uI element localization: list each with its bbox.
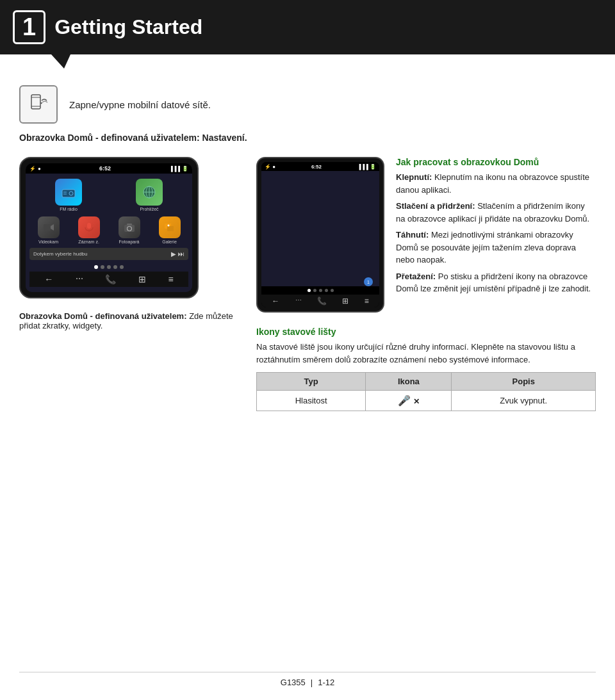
apps-icon-right: ⊞	[342, 297, 348, 305]
signal-icons-right: ▐▐▐ 🔋	[357, 164, 376, 170]
status-icons-section: Ikony stavové lišty Na stavové liště jso…	[256, 327, 596, 411]
svg-point-3	[40, 102, 42, 104]
phone-time-left: 6:52	[99, 165, 111, 172]
svg-rect-12	[44, 224, 51, 231]
page-badge-right: 1	[364, 277, 373, 286]
move-bold: Přetažení:	[396, 272, 436, 281]
app-fm-radio: FM rádio	[50, 179, 87, 211]
phone-screen-right: ⚡ ● 6:52 ▐▐▐ 🔋 1	[261, 162, 379, 307]
footer-divider: |	[311, 678, 313, 687]
menu-icon-left: ≡	[168, 274, 174, 284]
table-header-row: Typ Ikona Popis	[257, 373, 596, 391]
desc-drag: Táhnutí: Mezi jednotlivými stránkami obr…	[396, 229, 596, 266]
nav-dots-right	[261, 286, 379, 295]
svg-marker-13	[51, 224, 54, 231]
status-icons-right: ⚡ ●	[265, 164, 275, 170]
chapter-number: 1	[13, 10, 45, 44]
table-row: Hlasitost 🎤 ✕ Zvuk vypnut.	[257, 391, 596, 411]
play-icon: ▶	[171, 250, 176, 257]
right-nav-dot-3	[319, 289, 322, 292]
right-home-area: 1	[261, 171, 379, 286]
app-mic: Záznam z.	[70, 216, 108, 244]
phone-icon-right: 📞	[317, 297, 327, 305]
svg-point-21	[167, 225, 169, 227]
signal-icons-left: ▐▐▐ 🔋	[169, 166, 188, 172]
video-icon	[38, 216, 60, 238]
left-caption-bold: Obrazovka Domů - definovaná uživatelem:	[19, 311, 187, 321]
nav-dot-4	[113, 265, 117, 269]
col-popis: Popis	[452, 373, 596, 391]
app-row-2: Videokam Záznam z.	[29, 216, 188, 244]
svg-rect-18	[127, 224, 132, 225]
right-nav-dot-2	[313, 289, 316, 292]
nav-dot-3	[107, 265, 111, 269]
cell-typ: Hlasitost	[257, 391, 366, 411]
mute-icon: 🎤	[398, 395, 411, 406]
phone-mockup-left: ⚡ ● 6:52 ▐▐▐ 🔋	[19, 157, 199, 298]
mic-label: Záznam z.	[78, 240, 99, 244]
browser-icon	[136, 179, 163, 206]
svg-rect-14	[87, 223, 91, 229]
menu-icon-right: ≡	[365, 297, 369, 305]
left-column: ⚡ ● 6:52 ▐▐▐ 🔋	[19, 157, 237, 411]
nav-dot-5	[120, 265, 124, 269]
status-icons-text: Na stavové liště jsou ikony určující růz…	[256, 341, 596, 366]
nav-dots-left	[29, 263, 188, 272]
desc-tap: Klepnutí: Klepnutím na ikonu na obrazovc…	[396, 171, 596, 196]
x-icon: ✕	[413, 397, 420, 406]
browser-label: Prohlížeč	[140, 207, 158, 211]
right-nav-dot-4	[325, 289, 328, 292]
music-controls: ▶ ⏭	[171, 250, 184, 257]
phone-home-left: FM rádio	[26, 174, 192, 292]
fm-icon	[55, 179, 82, 206]
desc-move: Přetažení: Po stisku a přidržení ikony n…	[396, 270, 596, 295]
mobile-data-svg	[26, 92, 51, 117]
app-gallery: Galerie	[151, 216, 188, 244]
header-banner: 1 Getting Started	[0, 0, 615, 54]
camera-icon	[119, 216, 140, 238]
apps-icon-left: ⊞	[138, 274, 146, 284]
back-button-right: ←	[272, 297, 279, 305]
home-grid-right: ⋯	[295, 297, 302, 305]
phone-time-right: 6:52	[311, 164, 322, 170]
data-toggle-icon	[19, 85, 58, 124]
main-content: Zapne/vypne mobilní datové sítě. Obrazov…	[0, 54, 615, 424]
desc-press: Stlačení a přidržení: Stlačením a přidrž…	[396, 200, 596, 225]
phone-mockup-right: ⚡ ● 6:52 ▐▐▐ 🔋 1	[256, 157, 384, 313]
video-label: Videokam	[38, 240, 58, 244]
footer-model: G1355	[281, 678, 306, 687]
svg-rect-20	[167, 226, 174, 231]
press-bold: Stlačení a přidržení:	[396, 201, 475, 211]
two-column-layout: ⚡ ● 6:52 ▐▐▐ 🔋	[19, 157, 596, 411]
back-button-left: ←	[44, 274, 53, 284]
status-icons-left: ⚡ ●	[29, 166, 41, 172]
next-icon: ⏭	[178, 250, 184, 257]
drag-bold: Táhnutí:	[396, 230, 429, 240]
tap-bold: Klepnutí:	[396, 172, 432, 182]
app-camera: Fotoapará	[111, 216, 148, 244]
phone-status-bar-left: ⚡ ● 6:52 ▐▐▐ 🔋	[26, 163, 192, 174]
phone-bottom-bar-right: ← ⋯ 📞 ⊞ ≡	[261, 295, 379, 307]
phone-icon-left: 📞	[105, 274, 116, 284]
gallery-label: Galerie	[162, 240, 177, 244]
status-icons-heading: Ikony stavové lišty	[256, 327, 596, 337]
nav-dot-1	[94, 265, 98, 269]
camera-label: Fotoapará	[119, 240, 140, 244]
mic-icon	[78, 216, 100, 238]
gallery-icon	[159, 216, 181, 238]
cell-ikona: 🎤 ✕	[366, 391, 452, 411]
top-description: Zapne/vypne mobilní datové sítě.	[69, 99, 211, 110]
info-table: Typ Ikona Popis Hlasitost 🎤 ✕	[256, 372, 596, 411]
left-caption: Obrazovka Domů - definovaná uživatelem: …	[19, 311, 237, 330]
right-column: ⚡ ● 6:52 ▐▐▐ 🔋 1	[256, 157, 596, 411]
phone-status-bar-right: ⚡ ● 6:52 ▐▐▐ 🔋	[261, 162, 379, 171]
phone-bottom-bar-left: ← ⋯ 📞 ⊞ ≡	[29, 272, 188, 287]
right-top: ⚡ ● 6:52 ▐▐▐ 🔋 1	[256, 157, 596, 313]
how-to-heading: Jak pracovat s obrazovkou Domů	[396, 157, 596, 167]
chapter-title: Getting Started	[54, 15, 202, 39]
home-grid-left: ⋯	[76, 274, 83, 284]
music-bar: Dotykem vyberte hudbu ▶ ⏭	[29, 248, 188, 260]
footer-page: 1-12	[318, 678, 334, 687]
nav-dot-2	[101, 265, 104, 269]
col-ikona: Ikona	[366, 373, 452, 391]
